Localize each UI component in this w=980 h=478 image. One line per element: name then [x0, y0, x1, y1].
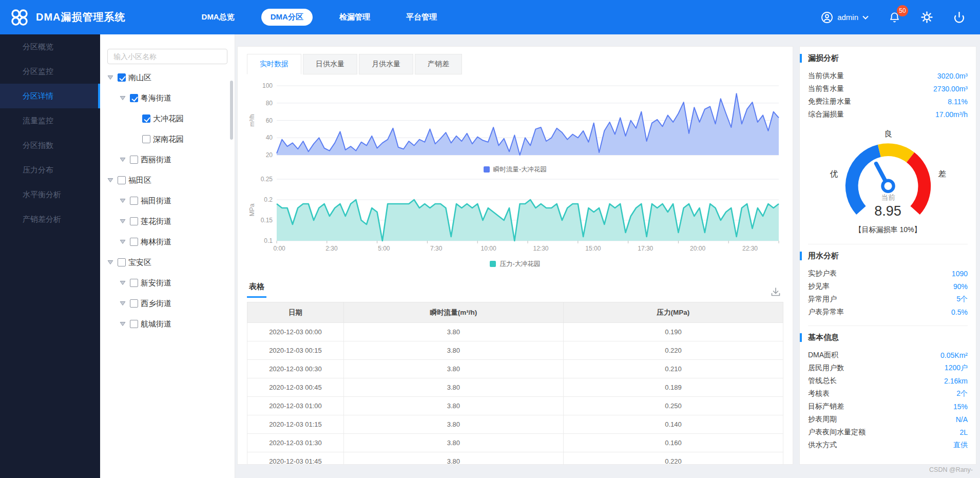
flow-legend[interactable]: 瞬时流量-大冲花园 [247, 164, 783, 175]
nav-item-DMA分区[interactable]: DMA分区 [261, 9, 313, 26]
table-row: 2020-12-03 00:153.800.220 [247, 341, 783, 360]
tree-node-label: 新安街道 [141, 278, 171, 288]
tree-checkbox-粤海街道[interactable] [130, 94, 138, 102]
stat-row-抄见率: 抄见率90% [808, 280, 968, 293]
nav-item-检漏管理[interactable]: 检漏管理 [330, 9, 379, 26]
tree-checkbox-大冲花园[interactable] [142, 114, 150, 123]
tab-月供水量[interactable]: 月供水量 [359, 54, 413, 74]
stat-value: 2730.00m³ [933, 85, 968, 93]
table-cell: 0.189 [563, 378, 783, 397]
sidebar-item-分区概览[interactable]: 分区概览 [0, 34, 100, 59]
sidebar-item-水平衡分析[interactable]: 水平衡分析 [0, 182, 100, 207]
table-cell: 2020-12-03 01:00 [247, 397, 344, 415]
app-root: DMA漏损管理系统 DMA总览DMA分区检漏管理平台管理 admin [0, 0, 980, 478]
tree-checkbox-福田街道[interactable] [130, 197, 138, 205]
table-cell: 2020-12-03 00:30 [247, 360, 344, 378]
table-cell: 2020-12-03 00:15 [247, 341, 344, 360]
tree-expand-icon[interactable] [120, 219, 130, 224]
power-icon [953, 11, 966, 24]
table-cell: 0.140 [563, 415, 783, 434]
tree-checkbox-梅林街道[interactable] [130, 238, 138, 246]
tree-checkbox-新安街道[interactable] [130, 279, 138, 287]
stat-row-管线总长: 管线总长2.16km [808, 374, 968, 387]
table-cell: 3.80 [343, 415, 563, 434]
tree-checkbox-航城街道[interactable] [130, 320, 138, 328]
tree-node-label: 福田区 [128, 176, 151, 185]
table-row: 2020-12-03 01:153.800.140 [247, 415, 783, 434]
tree-expand-icon[interactable] [120, 95, 130, 101]
sidebar-item-分区指数[interactable]: 分区指数 [0, 133, 100, 158]
sidebar-item-分区详情[interactable]: 分区详情 [0, 84, 100, 108]
tree-node-新安街道: 新安街道 [107, 273, 227, 293]
flow-chart[interactable]: 20406080100m³/h [247, 82, 783, 161]
tree-checkbox-南山区[interactable] [118, 73, 126, 82]
search-input[interactable] [107, 49, 227, 64]
nav-item-平台管理[interactable]: 平台管理 [397, 9, 446, 26]
stat-value: 2.16km [944, 377, 968, 385]
tree-checkbox-西乡街道[interactable] [130, 299, 138, 308]
tree-expand-icon[interactable] [107, 260, 118, 265]
stat-row-综合漏损量: 综合漏损量17.00m³/h [808, 108, 968, 121]
stat-value: 1200户 [945, 364, 968, 373]
nav-item-DMA总览[interactable]: DMA总览 [193, 9, 244, 26]
section-accent-bar [800, 54, 802, 63]
tree-node-福田街道: 福田街道 [107, 190, 227, 211]
tree-checkbox-莲花街道[interactable] [130, 217, 138, 225]
flow-legend-label: 瞬时流量-大冲花园 [493, 165, 547, 174]
pressure-chart[interactable]: 0.10.150.20.25MPa0:002:305:007:3010:0012… [247, 175, 783, 258]
table-cell: 3.80 [343, 323, 563, 341]
stat-value: 1090 [952, 270, 968, 278]
tree-expand-icon[interactable] [120, 239, 130, 244]
svg-text:80: 80 [266, 100, 273, 107]
tree-checkbox-西丽街道[interactable] [130, 156, 138, 164]
stat-value: 8.11% [948, 98, 968, 106]
svg-text:良: 良 [884, 129, 892, 138]
tree-scrollbar[interactable] [230, 81, 233, 140]
tab-产销差[interactable]: 产销差 [415, 54, 462, 74]
table-cell: 3.80 [343, 452, 563, 465]
tree-expand-icon[interactable] [107, 178, 118, 183]
user-menu[interactable]: admin [821, 11, 869, 24]
tab-实时数据[interactable]: 实时数据 [247, 54, 301, 74]
tree-checkbox-深南花园[interactable] [142, 135, 150, 143]
tree-checkbox-福田区[interactable] [118, 176, 126, 184]
tab-日供水量[interactable]: 日供水量 [303, 54, 357, 74]
download-icon[interactable] [770, 286, 781, 298]
table-tab[interactable]: 表格 [247, 280, 266, 298]
sidebar-item-压力分布[interactable]: 压力分布 [0, 158, 100, 182]
stat-row-免费注册水量: 免费注册水量8.11% [808, 95, 968, 108]
tree-node-西乡街道: 西乡街道 [107, 293, 227, 314]
tree-node-label: 航城街道 [141, 319, 171, 329]
tree-node-西丽街道: 西丽街道 [107, 149, 227, 170]
table-row: 2020-12-03 00:003.800.190 [247, 323, 783, 341]
info-panel: 漏损分析 当前供水量3020.0m³当前售水量2730.00m³免费注册水量8.… [799, 46, 976, 465]
tree-expand-icon[interactable] [107, 75, 118, 80]
app-title: DMA漏损管理系统 [36, 10, 126, 24]
sidebar-item-流量监控[interactable]: 流量监控 [0, 108, 100, 133]
table-cell: 0.250 [563, 397, 783, 415]
tree-expand-icon[interactable] [120, 198, 130, 203]
logout-button[interactable] [953, 11, 966, 24]
pressure-legend-swatch [490, 261, 496, 267]
stat-label: 抄表周期 [808, 415, 837, 424]
sidebar-item-分区监控[interactable]: 分区监控 [0, 59, 100, 84]
tree-expand-icon[interactable] [120, 157, 130, 162]
table-cell: 0.210 [563, 360, 783, 378]
stat-label: DMA面积 [808, 351, 838, 360]
tree-expand-icon[interactable] [120, 301, 130, 306]
tree-expand-icon[interactable] [120, 280, 130, 285]
stat-value: 0.05Km² [940, 351, 968, 359]
tree-node-label: 西丽街道 [141, 155, 171, 165]
table-cell: 0.220 [563, 452, 783, 465]
sidebar-item-产销差分析[interactable]: 产销差分析 [0, 207, 100, 232]
readings-table: 日期瞬时流量(m³/h)压力(MPa) 2020-12-03 00:003.80… [247, 302, 783, 465]
table-cell: 2020-12-03 00:00 [247, 323, 344, 341]
settings-button[interactable] [920, 11, 933, 24]
pressure-legend[interactable]: 压力-大冲花园 [247, 258, 783, 270]
tree-checkbox-宝安区[interactable] [118, 258, 126, 266]
table-cell: 0.190 [563, 323, 783, 341]
gauge-target-label: 【目标漏损率 10%】 [808, 225, 968, 237]
tree-expand-icon[interactable] [120, 321, 130, 327]
stat-label: 实抄户表 [808, 269, 837, 278]
notifications-button[interactable]: 50 [888, 11, 901, 24]
